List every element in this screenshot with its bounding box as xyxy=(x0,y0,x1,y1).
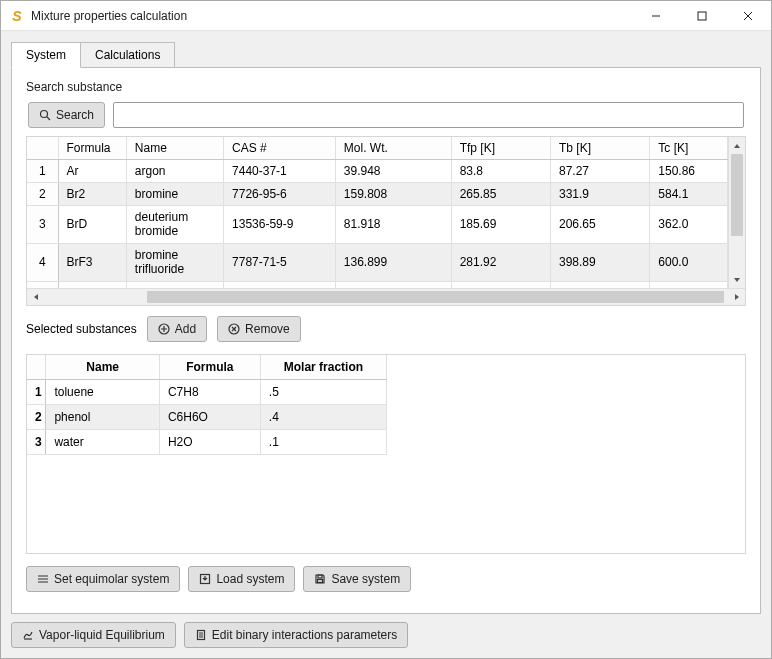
cell-tfp: 185.69 xyxy=(451,206,550,244)
table-row[interactable]: 4 BrF3 bromine trifluoride 7787-71-5 136… xyxy=(27,243,728,281)
svg-point-1 xyxy=(41,111,48,118)
row-number: 2 xyxy=(27,405,46,430)
scroll-down-icon[interactable] xyxy=(729,271,745,288)
col-rownum[interactable] xyxy=(27,355,46,380)
cell-tc: 362.0 xyxy=(650,206,728,244)
cell-tb: 314.31 xyxy=(551,281,650,288)
scroll-right-icon[interactable] xyxy=(728,289,745,305)
cell-mw: 159.808 xyxy=(335,183,451,206)
scroll-thumb[interactable] xyxy=(147,291,724,303)
cell-mf: .1 xyxy=(260,430,386,455)
cell-formula: BrF3 xyxy=(58,243,126,281)
results-table-body[interactable]: Formula Name CAS # Mol. Wt. Tfp [K] Tb [… xyxy=(27,137,728,288)
cell-tc: 150.86 xyxy=(650,160,728,183)
col-rownum[interactable] xyxy=(27,137,58,160)
row-number: 2 xyxy=(27,183,58,206)
set-equimolar-button[interactable]: Set equimolar system xyxy=(26,566,180,592)
search-input[interactable] xyxy=(113,102,744,128)
footer-buttons: Vapor-liquid Equilibrium Edit binary int… xyxy=(11,622,761,648)
cell-name: water xyxy=(46,430,160,455)
cell-formula: BrD xyxy=(58,206,126,244)
table-row[interactable]: 1 toluene C7H8 .5 xyxy=(27,380,387,405)
system-buttons: Set equimolar system Load system Save sy… xyxy=(26,566,746,592)
cell-tc: 584.1 xyxy=(650,183,728,206)
plus-icon xyxy=(158,323,170,335)
col-formula[interactable]: Formula xyxy=(58,137,126,160)
remove-button[interactable]: Remove xyxy=(217,316,301,342)
cell-cas: 7787-71-5 xyxy=(224,243,336,281)
col-mw[interactable]: Mol. Wt. xyxy=(335,137,451,160)
cell-name: deuterium bromide xyxy=(126,206,223,244)
cell-tc: 470.0 xyxy=(650,281,728,288)
button-label: Set equimolar system xyxy=(54,572,169,586)
scroll-track[interactable] xyxy=(729,154,745,271)
titlebar: S Mixture properties calculation xyxy=(1,1,771,31)
search-button-label: Search xyxy=(56,108,94,122)
results-vscroll[interactable] xyxy=(728,137,745,288)
cell-tfp: 265.85 xyxy=(451,183,550,206)
tab-panel-system: Search substance Search xyxy=(11,67,761,614)
scroll-left-icon[interactable] xyxy=(27,289,44,305)
svg-rect-0 xyxy=(698,12,706,20)
search-button[interactable]: Search xyxy=(28,102,105,128)
row-number: 3 xyxy=(27,430,46,455)
col-tfp[interactable]: Tfp [K] xyxy=(451,137,550,160)
row-number: 1 xyxy=(27,160,58,183)
cell-formula: Ar xyxy=(58,160,126,183)
tab-row: System Calculations xyxy=(11,41,761,67)
col-name[interactable]: Name xyxy=(46,355,160,380)
col-tb[interactable]: Tb [K] xyxy=(551,137,650,160)
cell-name: argon xyxy=(126,160,223,183)
table-row[interactable]: 1 Ar argon 7440-37-1 39.948 83.8 87.27 1… xyxy=(27,160,728,183)
add-button[interactable]: Add xyxy=(147,316,207,342)
equilibrium-icon xyxy=(22,629,34,641)
row-number: 4 xyxy=(27,243,58,281)
search-icon xyxy=(39,109,51,121)
table-row[interactable]: 3 water H2O .1 xyxy=(27,430,387,455)
tab-system[interactable]: System xyxy=(11,42,81,68)
cell-cas: 13536-59-9 xyxy=(224,206,336,244)
load-system-button[interactable]: Load system xyxy=(188,566,295,592)
edit-binary-button[interactable]: Edit binary interactions parameters xyxy=(184,622,408,648)
cell-cas: 7726-95-6 xyxy=(224,183,336,206)
table-row[interactable]: 5 BrF5 bromine pentafluoride 7789-30-2 1… xyxy=(27,281,728,288)
cell-formula: BrF5 xyxy=(58,281,126,288)
cell-tb: 331.9 xyxy=(551,183,650,206)
list-icon xyxy=(37,573,49,585)
close-button[interactable] xyxy=(725,1,771,31)
scroll-up-icon[interactable] xyxy=(729,137,745,154)
col-tc[interactable]: Tc [K] xyxy=(650,137,728,160)
col-name[interactable]: Name xyxy=(126,137,223,160)
save-system-button[interactable]: Save system xyxy=(303,566,411,592)
button-label: Vapor-liquid Equilibrium xyxy=(39,628,165,642)
results-hscroll[interactable] xyxy=(27,288,745,305)
tab-calculations[interactable]: Calculations xyxy=(80,42,175,67)
remove-button-label: Remove xyxy=(245,322,290,336)
window-controls xyxy=(633,1,771,31)
row-number: 3 xyxy=(27,206,58,244)
selected-controls: Selected substances Add Remove xyxy=(26,316,746,342)
tab-label: System xyxy=(26,48,66,62)
document-icon xyxy=(195,629,207,641)
cell-tfp: 281.92 xyxy=(451,243,550,281)
minimize-button[interactable] xyxy=(633,1,679,31)
col-molar-fraction[interactable]: Molar fraction xyxy=(260,355,386,380)
table-row[interactable]: 3 BrD deuterium bromide 13536-59-9 81.91… xyxy=(27,206,728,244)
vle-button[interactable]: Vapor-liquid Equilibrium xyxy=(11,622,176,648)
col-cas[interactable]: CAS # xyxy=(224,137,336,160)
svg-rect-6 xyxy=(318,580,323,583)
button-label: Edit binary interactions parameters xyxy=(212,628,397,642)
scroll-thumb[interactable] xyxy=(731,154,743,236)
selected-label: Selected substances xyxy=(26,322,137,336)
cell-mw: 174.896 xyxy=(335,281,451,288)
cell-cas: 7789-30-2 xyxy=(224,281,336,288)
maximize-button[interactable] xyxy=(679,1,725,31)
table-row[interactable]: 2 phenol C6H6O .4 xyxy=(27,405,387,430)
button-label: Save system xyxy=(331,572,400,586)
search-group-label: Search substance xyxy=(26,80,746,94)
col-formula[interactable]: Formula xyxy=(159,355,260,380)
scroll-track[interactable] xyxy=(44,289,728,305)
tab-label: Calculations xyxy=(95,48,160,62)
table-row[interactable]: 2 Br2 bromine 7726-95-6 159.808 265.85 3… xyxy=(27,183,728,206)
cell-name: bromine trifluoride xyxy=(126,243,223,281)
